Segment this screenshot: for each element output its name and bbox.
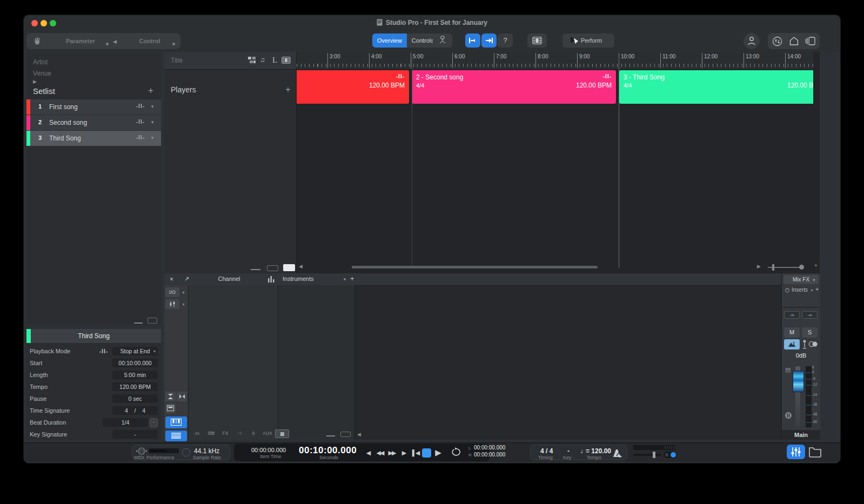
next-button[interactable]: ▶ xyxy=(398,448,409,458)
grid-tab[interactable]: ▦ xyxy=(275,429,289,438)
add-instrument-button[interactable]: + xyxy=(350,274,354,283)
arranger-track-button[interactable] xyxy=(433,33,452,48)
music-note-icon[interactable]: ♫ xyxy=(260,56,265,64)
control-dropdown-caret[interactable]: ▼ xyxy=(171,42,176,47)
view-tab[interactable]: Overview xyxy=(372,33,407,48)
io-dropdown-caret[interactable]: ▼ xyxy=(182,291,185,294)
monitor-toggle[interactable] xyxy=(664,452,677,458)
rack-dropdown-caret[interactable]: ▼ xyxy=(182,303,185,306)
title-filter-field[interactable]: Title xyxy=(171,57,183,64)
browser-toggle-button[interactable] xyxy=(808,445,822,458)
banner-view-icon[interactable] xyxy=(165,404,176,413)
zoom-fit-icon[interactable] xyxy=(267,265,278,271)
playhead-line[interactable] xyxy=(619,57,619,268)
volume-slider-handle[interactable] xyxy=(653,452,655,458)
fader-handle[interactable] xyxy=(793,371,804,392)
video-button[interactable] xyxy=(527,33,547,48)
seconds-value[interactable]: 00:10:00.000 xyxy=(299,445,357,456)
return-to-start-button[interactable]: ▌◀ xyxy=(410,448,421,458)
chevron-down-icon[interactable]: ▼ xyxy=(150,120,155,125)
keyboard-view-button[interactable] xyxy=(165,416,187,428)
io-button[interactable]: I/O xyxy=(165,287,179,297)
instruments-list[interactable] xyxy=(278,285,355,440)
rewind-button[interactable]: ◀◀ xyxy=(374,448,385,458)
mixer-bars-icon[interactable] xyxy=(268,276,274,283)
mono-icon[interactable] xyxy=(785,412,792,419)
item-time-value[interactable]: 00:00:00.000 xyxy=(251,447,286,453)
send-level-button-2[interactable]: -∞ xyxy=(802,311,818,319)
property-value-field[interactable]: 0 sec xyxy=(112,394,158,403)
details-disclosure-icon[interactable]: ▶ xyxy=(33,79,37,84)
perform-button[interactable]: Perform xyxy=(562,33,614,48)
shrink-panel-icon[interactable] xyxy=(326,433,335,436)
tempo-value[interactable]: = 120.00 xyxy=(586,447,611,455)
chevron-down-icon[interactable]: ▼ xyxy=(150,104,155,109)
blocks-view-icon[interactable] xyxy=(248,57,256,64)
song-block[interactable]: -II- 120.00 BPM xyxy=(297,70,409,104)
aux-tab[interactable]: AUX xyxy=(261,429,274,437)
layers-icon[interactable]: ▤ xyxy=(785,366,791,373)
property-value-field[interactable]: 120.00 BPM xyxy=(112,382,158,391)
wave-tab[interactable]: ʌʌ xyxy=(191,429,204,437)
chevron-down-icon[interactable]: ▼ xyxy=(150,136,155,140)
horizontal-compress-icon[interactable] xyxy=(177,392,187,401)
faders-tab[interactable]: ╪ xyxy=(247,429,260,437)
loop-button[interactable] xyxy=(450,447,464,457)
playback-mode-icon[interactable]: -II- xyxy=(136,119,145,125)
property-value-field[interactable]: 00:10:00.000 xyxy=(112,359,158,367)
mixer-toggle-button[interactable] xyxy=(787,445,805,459)
channel-list[interactable] xyxy=(189,285,278,440)
venue-field[interactable]: Venue xyxy=(33,70,51,77)
playback-mode-icon[interactable]: -II- xyxy=(136,135,145,140)
add-song-button[interactable]: + xyxy=(148,85,153,96)
vertical-scroll-up-icon[interactable]: ▲ xyxy=(814,263,818,267)
mute-button[interactable]: M xyxy=(784,327,800,338)
help-button[interactable]: ? xyxy=(498,33,513,48)
playback-mode-icon[interactable]: -II- xyxy=(136,103,145,109)
property-value-field[interactable]: - xyxy=(112,430,158,439)
play-button[interactable]: ▶ xyxy=(432,448,443,458)
horizontal-scroll-thumb[interactable] xyxy=(352,266,598,268)
power-icon[interactable] xyxy=(785,287,790,293)
previous-button[interactable]: ◀ xyxy=(363,448,373,458)
instrument-rack-button[interactable] xyxy=(165,299,179,309)
song-block[interactable]: 3 - Third Song 4/4 -II- 120.00 BPM xyxy=(619,70,813,104)
return-to-start-mode-button[interactable] xyxy=(465,33,480,48)
send-level-button[interactable]: -∞ xyxy=(784,311,800,319)
transfer-icon[interactable] xyxy=(772,36,782,46)
routing-tab[interactable]: ⊣ xyxy=(233,429,246,437)
loop-right-value[interactable]: 00:00:00.000 xyxy=(474,452,505,458)
pages-icon[interactable] xyxy=(805,36,816,46)
volume-slider-track[interactable] xyxy=(633,454,661,456)
channel-name[interactable]: Main xyxy=(782,430,820,440)
property-value-field[interactable]: 4 / 4 xyxy=(112,406,158,415)
stereo-pan-icon[interactable] xyxy=(808,341,818,347)
console-scroll-left-icon[interactable]: ◀ xyxy=(357,432,361,437)
song-row[interactable]: 3 Third Song -II- ▼ xyxy=(26,131,161,146)
instruments-dropdown-caret[interactable]: ▼ xyxy=(343,277,347,282)
inserts-dropdown-caret[interactable]: ▼ xyxy=(810,288,814,292)
timing-value[interactable]: 4 / 4 xyxy=(540,447,553,455)
zoom-slider-handle[interactable] xyxy=(772,264,774,271)
film-icon[interactable] xyxy=(282,57,291,64)
parameter-dropdown-caret[interactable]: ▼ xyxy=(105,42,110,47)
fx-tab[interactable]: FX xyxy=(219,429,232,437)
song-row[interactable]: 1 First song -II- ▼ xyxy=(26,99,161,115)
add-player-button[interactable]: + xyxy=(285,84,291,95)
property-value-field[interactable]: 5:00 min xyxy=(112,371,158,379)
loop-left-value[interactable]: 00:00:00.000 xyxy=(474,445,505,451)
solo-button[interactable]: S xyxy=(802,327,818,338)
grow-panel-icon[interactable] xyxy=(340,432,351,437)
zoom-preset-icon[interactable] xyxy=(283,264,295,271)
metronome-icon[interactable] xyxy=(612,448,622,458)
user-account-button[interactable] xyxy=(744,33,760,49)
monitor-button[interactable] xyxy=(784,339,800,350)
gain-value[interactable]: 0dB xyxy=(782,352,820,359)
zoom-out-vertical-icon[interactable] xyxy=(251,267,260,270)
list-view-button[interactable] xyxy=(165,431,187,441)
fast-forward-button[interactable]: ▶▶ xyxy=(386,448,397,458)
time-ruler[interactable]: 3:00 4:00 5:00 6:00 xyxy=(297,52,813,70)
close-icon[interactable]: × xyxy=(170,275,173,283)
dotted-note-button[interactable]: · xyxy=(150,418,158,427)
key-value[interactable]: - xyxy=(567,447,570,455)
